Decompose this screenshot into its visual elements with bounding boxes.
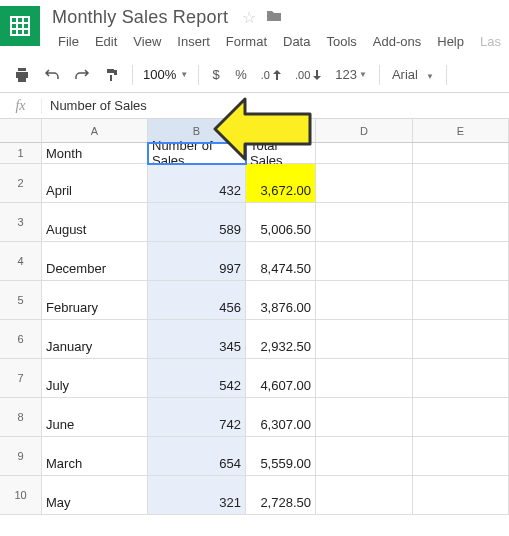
- cell-e7[interactable]: [413, 359, 509, 398]
- cell-c3[interactable]: 5,006.50: [246, 203, 316, 242]
- cell-c8[interactable]: 6,307.00: [246, 398, 316, 437]
- cell-e10[interactable]: [413, 476, 509, 515]
- cell-e3[interactable]: [413, 203, 509, 242]
- select-all-corner[interactable]: [0, 119, 42, 143]
- cell-b10[interactable]: 321: [148, 476, 246, 515]
- menu-data[interactable]: Data: [275, 32, 318, 51]
- spreadsheet-grid: A B C D E 1 Month Number of Sales Total …: [0, 119, 509, 515]
- menu-addons[interactable]: Add-ons: [365, 32, 429, 51]
- cell-d7[interactable]: [316, 359, 413, 398]
- zoom-select[interactable]: 100%▼: [139, 67, 192, 82]
- format-percent[interactable]: %: [229, 63, 253, 87]
- cell-e1[interactable]: [413, 143, 509, 164]
- menu-bar: File Edit View Insert Format Data Tools …: [48, 28, 509, 57]
- cell-d3[interactable]: [316, 203, 413, 242]
- cell-e9[interactable]: [413, 437, 509, 476]
- row-head-5[interactable]: 5: [0, 281, 42, 320]
- menu-format[interactable]: Format: [218, 32, 275, 51]
- cell-e8[interactable]: [413, 398, 509, 437]
- cell-d4[interactable]: [316, 242, 413, 281]
- cell-d8[interactable]: [316, 398, 413, 437]
- zoom-value: 100%: [143, 67, 176, 82]
- cell-a5[interactable]: February: [42, 281, 148, 320]
- font-select[interactable]: Arial▼: [386, 67, 440, 82]
- menu-insert[interactable]: Insert: [169, 32, 218, 51]
- redo-icon[interactable]: [68, 63, 96, 87]
- cell-e2[interactable]: [413, 164, 509, 203]
- cell-c9[interactable]: 5,559.00: [246, 437, 316, 476]
- folder-icon[interactable]: [266, 9, 282, 26]
- cell-c5[interactable]: 3,876.00: [246, 281, 316, 320]
- svg-rect-0: [11, 17, 29, 35]
- cell-d2[interactable]: [316, 164, 413, 203]
- cell-c10[interactable]: 2,728.50: [246, 476, 316, 515]
- format-more[interactable]: 123▼: [329, 63, 373, 87]
- menu-tools[interactable]: Tools: [318, 32, 364, 51]
- cell-a7[interactable]: July: [42, 359, 148, 398]
- cell-b7[interactable]: 542: [148, 359, 246, 398]
- cell-b1[interactable]: Number of Sales: [148, 143, 246, 164]
- cell-a6[interactable]: January: [42, 320, 148, 359]
- col-head-a[interactable]: A: [42, 119, 148, 143]
- cell-d6[interactable]: [316, 320, 413, 359]
- cell-e4[interactable]: [413, 242, 509, 281]
- print-icon[interactable]: [8, 63, 36, 87]
- cell-d10[interactable]: [316, 476, 413, 515]
- cell-d9[interactable]: [316, 437, 413, 476]
- cell-b3[interactable]: 589: [148, 203, 246, 242]
- row-head-7[interactable]: 7: [0, 359, 42, 398]
- cell-b9[interactable]: 654: [148, 437, 246, 476]
- row-head-8[interactable]: 8: [0, 398, 42, 437]
- cell-e6[interactable]: [413, 320, 509, 359]
- document-title[interactable]: Monthly Sales Report: [48, 7, 228, 28]
- fx-label[interactable]: fx: [0, 98, 42, 114]
- fx-value[interactable]: Number of Sales: [42, 98, 147, 113]
- row-head-4[interactable]: 4: [0, 242, 42, 281]
- col-head-e[interactable]: E: [413, 119, 509, 143]
- cell-a1[interactable]: Month: [42, 143, 148, 164]
- cell-a2[interactable]: April: [42, 164, 148, 203]
- menu-edit[interactable]: Edit: [87, 32, 125, 51]
- cell-b4[interactable]: 997: [148, 242, 246, 281]
- cell-a10[interactable]: May: [42, 476, 148, 515]
- cell-a4[interactable]: December: [42, 242, 148, 281]
- undo-icon[interactable]: [38, 63, 66, 87]
- increase-decimal[interactable]: .00: [289, 63, 327, 87]
- cell-d1[interactable]: [316, 143, 413, 164]
- menu-help[interactable]: Help: [429, 32, 472, 51]
- cell-a8[interactable]: June: [42, 398, 148, 437]
- menu-view[interactable]: View: [125, 32, 169, 51]
- decrease-decimal[interactable]: .0: [255, 63, 287, 87]
- cell-d5[interactable]: [316, 281, 413, 320]
- cell-a3[interactable]: August: [42, 203, 148, 242]
- row-head-3[interactable]: 3: [0, 203, 42, 242]
- sheets-logo[interactable]: [0, 6, 40, 46]
- toolbar: 100%▼ $ % .0 .00 123▼ Arial▼: [0, 57, 509, 93]
- cell-c1[interactable]: Total Sales: [246, 143, 316, 164]
- cell-b5[interactable]: 456: [148, 281, 246, 320]
- format-currency[interactable]: $: [205, 63, 227, 87]
- cell-b8[interactable]: 742: [148, 398, 246, 437]
- row-head-1[interactable]: 1: [0, 143, 42, 164]
- col-head-d[interactable]: D: [316, 119, 413, 143]
- cell-a9[interactable]: March: [42, 437, 148, 476]
- cell-b6[interactable]: 345: [148, 320, 246, 359]
- cell-b2[interactable]: 432: [148, 164, 246, 203]
- menu-last-edit[interactable]: Las: [472, 32, 509, 51]
- row-head-2[interactable]: 2: [0, 164, 42, 203]
- formula-bar: fx Number of Sales: [0, 93, 509, 119]
- menu-file[interactable]: File: [50, 32, 87, 51]
- row-head-9[interactable]: 9: [0, 437, 42, 476]
- cell-c4[interactable]: 8,474.50: [246, 242, 316, 281]
- row-head-10[interactable]: 10: [0, 476, 42, 515]
- cell-c6[interactable]: 2,932.50: [246, 320, 316, 359]
- paint-format-icon[interactable]: [98, 63, 126, 87]
- row-head-6[interactable]: 6: [0, 320, 42, 359]
- cell-c2[interactable]: 3,672.00: [246, 164, 316, 203]
- star-icon[interactable]: ☆: [242, 8, 256, 27]
- cell-e5[interactable]: [413, 281, 509, 320]
- cell-c7[interactable]: 4,607.00: [246, 359, 316, 398]
